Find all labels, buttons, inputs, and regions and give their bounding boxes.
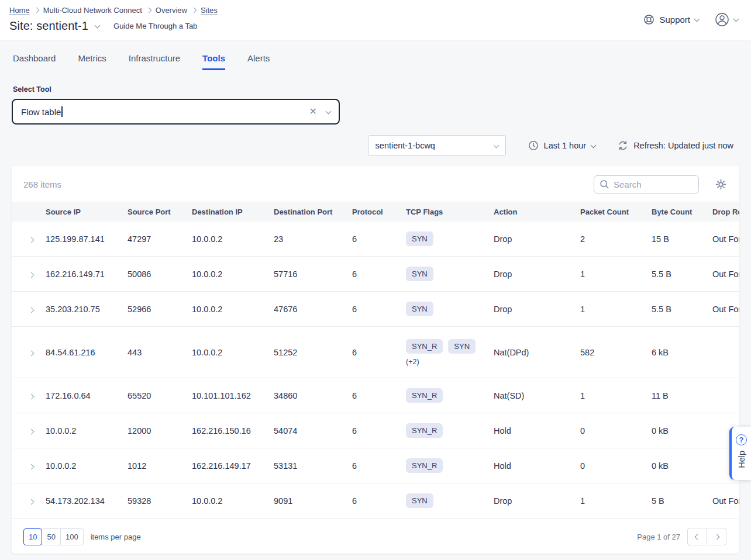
tab-alerts[interactable]: Alerts <box>247 53 270 70</box>
cell-destination-port: 53131 <box>274 461 352 471</box>
clock-icon <box>528 140 539 151</box>
cell-source-port: 52966 <box>128 305 192 314</box>
page-size-100[interactable]: 100 <box>60 528 84 545</box>
tcp-flag-badge: SYN <box>406 231 433 246</box>
cell-drop-reason: Out For <box>712 305 739 314</box>
cell-destination-ip: 10.0.0.2 <box>192 269 274 279</box>
cell-source-port: 12000 <box>128 426 192 435</box>
cell-source-ip: 125.199.87.141 <box>46 234 128 244</box>
row-expander-icon[interactable] <box>29 272 35 278</box>
pagination: 10 50 100 items per page Page 1 of 27 <box>12 518 739 545</box>
tab-infrastructure[interactable]: Infrastructure <box>129 53 180 70</box>
search-input[interactable] <box>614 179 693 189</box>
tcp-flag-badge: SYN <box>406 493 433 508</box>
col-source-port: Source Port <box>128 208 192 216</box>
row-expander-icon[interactable] <box>29 499 35 504</box>
help-widget[interactable]: ? Help <box>729 427 751 480</box>
cell-destination-ip: 162.216.150.16 <box>192 426 274 435</box>
title-chevron-down-icon[interactable] <box>95 23 101 29</box>
cell-source-port: 65520 <box>128 391 192 400</box>
table-row[interactable]: 10.0.0.2 1012 162.216.149.17 53131 6 SYN… <box>12 448 739 483</box>
refresh-icon <box>618 140 628 151</box>
cell-action: Drop <box>494 305 580 314</box>
cell-packet-count: 1 <box>580 305 652 314</box>
cell-destination-port: 34860 <box>274 391 352 400</box>
tcp-flag-badge: SYN_R <box>406 458 443 473</box>
cell-byte-count: 11 B <box>652 391 712 400</box>
support-label: Support <box>659 15 690 25</box>
table-row[interactable]: 172.16.0.64 65520 10.101.101.162 34860 6… <box>12 378 739 413</box>
cell-source-port: 443 <box>128 348 192 357</box>
next-page-button[interactable] <box>707 528 726 545</box>
node-select[interactable]: sentient-1-bcwq <box>368 135 506 156</box>
cell-protocol: 6 <box>352 496 406 506</box>
cell-protocol: 6 <box>352 461 406 471</box>
time-range-select[interactable]: Last 1 hour <box>528 140 596 151</box>
tab-metrics[interactable]: Metrics <box>78 53 106 70</box>
table-row[interactable]: 10.0.0.2 12000 162.216.150.16 54074 6 SY… <box>12 413 739 448</box>
cell-packet-count: 582 <box>580 348 652 357</box>
items-per-page-label: items per page <box>91 533 141 541</box>
tool-combobox[interactable]: Flow table ✕ <box>12 99 340 125</box>
cell-byte-count: 0 kB <box>652 426 712 435</box>
tcp-flag-badge: SYN <box>406 302 433 316</box>
table-row[interactable]: 35.203.210.75 52966 10.0.0.2 47676 6 SYN… <box>12 292 739 327</box>
tab-tools[interactable]: Tools <box>202 53 225 70</box>
support-chevron-down-icon <box>694 16 700 22</box>
row-expander-icon[interactable] <box>29 393 35 399</box>
tab-dashboard[interactable]: Dashboard <box>13 53 56 70</box>
search-icon <box>600 179 609 189</box>
cell-drop-reason: Out For <box>712 269 739 279</box>
cell-byte-count: 6 kB <box>652 348 712 357</box>
breadcrumb-separator-icon <box>33 8 39 13</box>
account-chevron-down-icon <box>733 16 739 22</box>
cell-protocol: 6 <box>352 348 406 357</box>
help-question-icon: ? <box>736 434 747 445</box>
cell-destination-ip: 10.0.0.2 <box>192 234 274 244</box>
breadcrumb-home[interactable]: Home <box>9 6 30 15</box>
refresh-control[interactable]: Refresh: Updated just now <box>618 140 733 151</box>
page-size-group: 10 50 100 <box>23 528 84 545</box>
cell-destination-port: 23 <box>274 234 352 244</box>
tool-combobox-value[interactable]: Flow table <box>21 107 61 117</box>
page-size-10[interactable]: 10 <box>23 528 42 545</box>
gear-icon[interactable] <box>715 179 726 190</box>
table-row[interactable]: 125.199.87.141 47297 10.0.0.2 23 6 SYN D… <box>12 222 739 257</box>
clear-icon[interactable]: ✕ <box>309 107 317 116</box>
table-row[interactable]: 54.173.202.134 59328 10.0.0.2 9091 6 SYN… <box>12 483 739 518</box>
support-menu[interactable]: Support <box>643 14 699 25</box>
cell-source-ip: 10.0.0.2 <box>46 426 128 435</box>
row-expander-icon[interactable] <box>29 307 35 313</box>
guide-me-link[interactable]: Guide Me Through a Tab <box>113 22 197 30</box>
account-menu[interactable] <box>714 12 738 27</box>
page-size-50[interactable]: 50 <box>42 528 60 545</box>
tool-chevron-down-icon[interactable] <box>326 108 332 114</box>
cell-packet-count: 1 <box>580 496 652 506</box>
cell-protocol: 6 <box>352 305 406 314</box>
cell-action: Nat(SD) <box>494 391 580 400</box>
refresh-status: Refresh: Updated just now <box>633 141 733 150</box>
breadcrumb-overview: Overview <box>156 6 187 15</box>
cell-source-ip: 162.216.149.71 <box>46 269 128 279</box>
site-tabs: Dashboard Metrics Infrastructure Tools A… <box>0 40 751 70</box>
breadcrumb-sites[interactable]: Sites <box>201 6 218 15</box>
cell-source-ip: 35.203.210.75 <box>46 305 128 314</box>
row-expander-icon[interactable] <box>29 428 35 434</box>
row-expander-icon[interactable] <box>29 237 35 243</box>
more-flags-indicator[interactable]: (+2) <box>406 358 489 366</box>
row-expander-icon[interactable] <box>29 350 35 356</box>
col-tcp-flags: TCP Flags <box>406 208 494 216</box>
row-expander-icon[interactable] <box>29 464 35 469</box>
cell-action: Hold <box>494 426 580 435</box>
table-row[interactable]: 162.216.149.71 50086 10.0.0.2 57716 6 SY… <box>12 257 739 292</box>
cell-destination-port: 51252 <box>274 348 352 357</box>
time-range-value: Last 1 hour <box>544 141 587 150</box>
search-box[interactable] <box>594 175 699 193</box>
page-title: Site: sentient-1 <box>9 19 88 33</box>
table-row[interactable]: 84.54.61.216 443 10.0.0.2 51252 6 SYN_R … <box>12 327 739 378</box>
cell-packet-count: 2 <box>580 234 652 244</box>
cell-action: Drop <box>494 496 580 506</box>
col-action: Action <box>494 208 580 216</box>
cell-drop-reason: Out For <box>712 234 739 244</box>
prev-page-button[interactable] <box>687 528 707 545</box>
